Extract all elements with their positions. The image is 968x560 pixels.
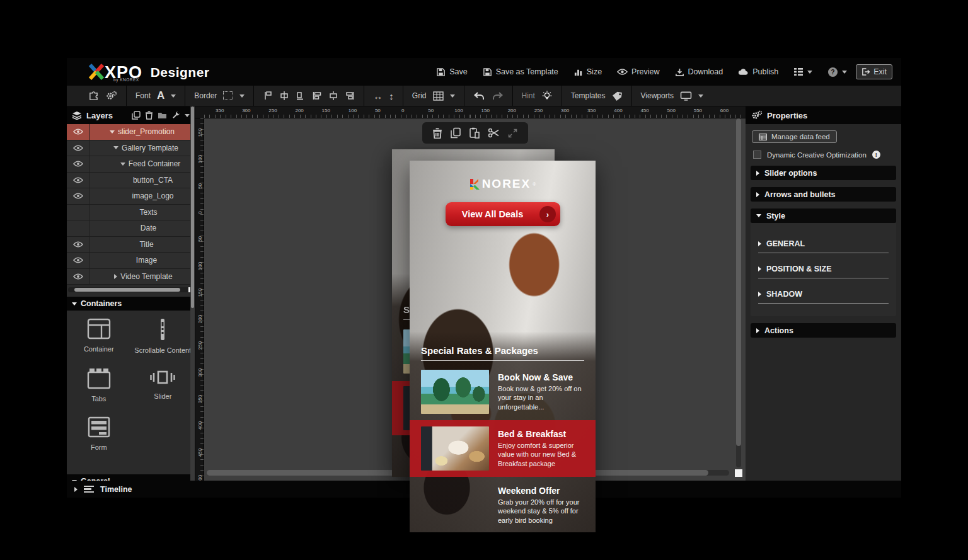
layers-horizontal-scrollbar[interactable]: [68, 287, 193, 292]
visibility-eye-icon[interactable]: [73, 257, 83, 263]
layer-row-video-template[interactable]: Video Template: [67, 269, 195, 285]
container-item[interactable]: Container: [67, 318, 131, 354]
app-logo: XPO by KNOREX Designer: [87, 62, 210, 81]
chevron-down-icon: [450, 94, 455, 98]
canvas-resize-handle[interactable]: [735, 469, 742, 477]
preview-button[interactable]: Preview: [611, 64, 666, 80]
help-button[interactable]: ?: [821, 63, 853, 81]
align-bottom-icon[interactable]: [296, 91, 306, 101]
arrows-bullets-section[interactable]: Arrows and bullets: [751, 187, 896, 202]
publish-button[interactable]: Publish: [732, 64, 785, 80]
group-folder-icon[interactable]: [158, 111, 167, 119]
layer-row-gallery-template[interactable]: Gallery Template: [67, 140, 195, 157]
border-group[interactable]: Border: [185, 86, 254, 106]
ad-promo-item-book-now[interactable]: Book Now & Save Book now & get 20% off o…: [410, 365, 596, 419]
layer-tools-wrench-icon[interactable]: [171, 111, 180, 120]
layer-row-feed-container[interactable]: Feed Container: [67, 156, 195, 173]
actions-section[interactable]: Actions: [751, 323, 896, 338]
visibility-eye-icon[interactable]: [73, 161, 83, 167]
border-label: Border: [194, 91, 217, 100]
align-center-horizontal-icon[interactable]: [279, 91, 289, 101]
hint-group[interactable]: Hint: [513, 86, 562, 106]
collapse-caret-icon[interactable]: [110, 130, 115, 134]
addons-icon[interactable]: [88, 91, 99, 101]
delete-element-icon[interactable]: [432, 128, 442, 139]
redo-icon[interactable]: [492, 91, 504, 101]
style-section-body: GENERAL POSITION & SIZE SHADOW: [751, 223, 896, 316]
plugin-group: [79, 86, 127, 106]
cut-element-icon[interactable]: [488, 128, 500, 138]
collapse-caret-icon: [72, 302, 77, 306]
style-position-size-row[interactable]: POSITION & SIZE: [758, 265, 889, 278]
collapse-caret-icon[interactable]: [120, 163, 125, 166]
viewports-group[interactable]: Viewports: [632, 86, 712, 106]
view-all-deals-button[interactable]: View All Deals ›: [446, 202, 560, 226]
duplicate-layer-icon[interactable]: [132, 111, 141, 120]
style-section[interactable]: Style: [751, 209, 896, 223]
size-button[interactable]: Size: [567, 64, 608, 81]
undo-icon[interactable]: [473, 91, 485, 101]
layer-row-date[interactable]: Date: [67, 220, 195, 237]
align-center-vertical-icon[interactable]: [328, 91, 338, 101]
download-button[interactable]: Download: [669, 64, 730, 81]
layer-row-title[interactable]: Title: [67, 237, 195, 253]
containers-section-header[interactable]: Containers: [67, 297, 195, 311]
ad-promo-item-bed-breakfast[interactable]: Bed & Breakfast Enjoy comfort & superior…: [410, 420, 596, 477]
save-as-template-button[interactable]: Save as Template: [476, 64, 565, 81]
templates-tag-icon: [612, 91, 623, 101]
visibility-eye-icon[interactable]: [73, 193, 83, 199]
arrows-bullets-label: Arrows and bullets: [764, 190, 836, 199]
ad-promo-item-weekend-offer[interactable]: Weekend Offer Grab your 20% off for your…: [410, 478, 596, 532]
viewports-monitor-icon: [680, 91, 692, 101]
layer-label: slider_Promotion: [118, 127, 175, 136]
dco-checkbox[interactable]: [753, 151, 761, 159]
layer-row-image-logo[interactable]: image_Logo: [67, 188, 195, 205]
layer-row-texts[interactable]: Texts: [67, 205, 195, 221]
visibility-eye-icon[interactable]: [73, 241, 83, 248]
templates-group[interactable]: Templates: [562, 86, 632, 106]
style-shadow-row[interactable]: SHADOW: [758, 290, 889, 304]
align-top-icon[interactable]: [263, 91, 273, 101]
exit-button[interactable]: Exit: [856, 64, 892, 79]
grid-group[interactable]: Grid: [403, 86, 464, 106]
layer-row-button-cta[interactable]: button_CTA: [67, 173, 195, 189]
visibility-eye-icon[interactable]: [73, 177, 83, 183]
promo-description: Enjoy comfort & superior value with our …: [498, 441, 587, 467]
style-general-row[interactable]: GENERAL: [758, 239, 889, 253]
layer-row-image[interactable]: Image: [67, 253, 195, 269]
duplicate-element-icon[interactable]: [450, 127, 461, 139]
expand-caret-icon[interactable]: [114, 274, 117, 279]
collapse-caret-icon[interactable]: [113, 146, 118, 149]
layer-row-slider-promotion[interactable]: slider_Promotion: [67, 124, 195, 140]
manage-data-feed-button[interactable]: Manage data feed: [752, 130, 837, 143]
font-group[interactable]: Font A: [127, 86, 185, 106]
visibility-eye-icon[interactable]: [73, 145, 83, 151]
align-left-stack-icon[interactable]: [312, 91, 322, 101]
delete-layer-icon[interactable]: [145, 111, 153, 120]
align-right-stack-icon[interactable]: [345, 91, 355, 101]
resize-horizontal-icon[interactable]: ↔: [373, 91, 383, 101]
paste-element-icon[interactable]: [469, 127, 480, 139]
layout-menu-button[interactable]: [787, 64, 819, 80]
ad-slide-current[interactable]: NOREX® View All Deals › Special Rates & …: [410, 161, 596, 532]
style-shadow-label: SHADOW: [766, 290, 802, 299]
form-item[interactable]: Form: [67, 416, 131, 451]
element-toolbar: [422, 122, 528, 144]
scrollable-content-label: Scrollable Content: [134, 346, 191, 354]
dco-info-icon[interactable]: !: [872, 151, 880, 159]
visibility-eye-icon[interactable]: [73, 273, 83, 280]
slider-options-section[interactable]: Slider options: [751, 166, 896, 180]
knorex-k-icon: [470, 178, 480, 190]
settings-gears-icon[interactable]: [105, 91, 117, 101]
scrollable-content-item[interactable]: Scrollable Content: [131, 318, 195, 354]
resize-vertical-icon[interactable]: ↕: [389, 91, 394, 101]
expand-element-icon[interactable]: [507, 128, 518, 139]
sidebar-vertical-scrollbar[interactable]: [190, 106, 195, 481]
slider-item[interactable]: Slider: [131, 368, 195, 403]
tabs-item[interactable]: Tabs: [67, 368, 131, 403]
save-button[interactable]: Save: [430, 64, 474, 81]
visibility-eye-icon[interactable]: [73, 129, 83, 135]
chevron-down-icon: [807, 71, 812, 74]
general-section-header[interactable]: General: [67, 474, 190, 481]
canvas-vertical-scrollbar[interactable]: [736, 118, 741, 467]
